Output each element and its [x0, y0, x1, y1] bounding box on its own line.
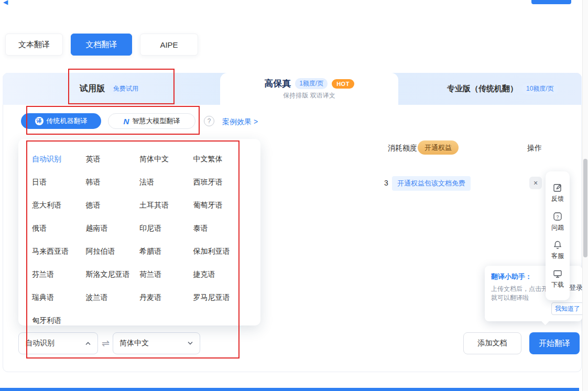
language-option[interactable]: 匈牙利语: [32, 316, 86, 325]
trial-title: 试用版: [80, 83, 105, 94]
feedback-label: 反馈: [551, 194, 564, 203]
language-option[interactable]: 土耳其语: [139, 201, 193, 210]
start-translate-button[interactable]: 开始翻译: [529, 332, 580, 354]
bottom-blue-bar: [0, 388, 579, 391]
professional-title: 专业版（传统机翻）: [447, 84, 518, 94]
language-option[interactable]: 西班牙语: [193, 178, 247, 187]
feedback-icon: [552, 182, 563, 193]
engine-smart-label: 智慧大模型翻译: [132, 116, 180, 126]
language-option[interactable]: 越南语: [86, 224, 140, 233]
column-header-credits: 消耗额度: [388, 144, 417, 153]
language-option[interactable]: 韩语: [86, 178, 140, 187]
language-option[interactable]: 希腊语: [139, 247, 193, 256]
feedback-item[interactable]: 反馈: [551, 182, 564, 203]
language-option[interactable]: 捷克语: [193, 270, 247, 279]
add-document-button[interactable]: 添加文档: [463, 332, 521, 354]
plan-tab-professional[interactable]: 专业版（传统机翻） 10额度/页: [447, 73, 558, 105]
language-menu: 自动识别英语简体中文中文繁体日语韩语法语西班牙语意大利语德语土耳其语葡萄牙语俄语…: [18, 139, 260, 325]
scrollbar-thumb[interactable]: [583, 159, 587, 257]
language-option[interactable]: 波兰语: [86, 293, 140, 302]
support-icon: [552, 240, 563, 250]
target-language-value: 简体中文: [119, 339, 149, 348]
source-language-value: 自动识别: [25, 339, 55, 348]
download-label: 下载: [551, 280, 564, 289]
tab-aipe[interactable]: AIPE: [140, 34, 198, 56]
translate-engine-icon: 译: [35, 117, 43, 125]
column-header-actions: 操作: [527, 144, 542, 153]
professional-price-badge: 10额度/页: [522, 83, 558, 94]
high-fidelity-header: 高保真 1额度/页 HOT: [264, 78, 354, 90]
swap-languages-icon[interactable]: ⇌: [102, 338, 110, 349]
language-option[interactable]: 斯洛文尼亚语: [86, 270, 140, 279]
help-icon[interactable]: ?: [204, 116, 214, 126]
scrollbar-track: [582, 0, 588, 391]
language-option[interactable]: 葡萄牙语: [193, 201, 247, 210]
language-option[interactable]: 阿拉伯语: [86, 247, 140, 256]
chevron-down-icon: [187, 341, 193, 345]
download-icon: [552, 268, 563, 279]
language-option[interactable]: 法语: [139, 178, 193, 187]
language-option[interactable]: 中文繁体: [193, 155, 247, 164]
language-option[interactable]: 马来西亚语: [32, 247, 86, 256]
ai-model-icon: N: [124, 117, 129, 126]
tab-text-translate[interactable]: 文本翻译: [5, 34, 63, 56]
language-option[interactable]: 自动识别: [32, 155, 86, 164]
engine-traditional-button[interactable]: 译 传统机器翻译: [21, 113, 101, 129]
language-option[interactable]: 意大利语: [32, 201, 86, 210]
language-option[interactable]: 英语: [86, 155, 140, 164]
document-row-benefit-note[interactable]: 开通权益包该文档免费: [392, 176, 471, 191]
language-option[interactable]: 俄语: [32, 224, 86, 233]
language-option[interactable]: 芬兰语: [32, 270, 86, 279]
high-fidelity-price-badge: 1额度/页: [295, 78, 328, 89]
language-option[interactable]: 印尼语: [139, 224, 193, 233]
language-option[interactable]: 日语: [32, 178, 86, 187]
remove-document-button[interactable]: ×: [529, 177, 542, 189]
question-label: 问题: [551, 223, 564, 232]
language-option[interactable]: 罗马尼亚语: [193, 293, 247, 302]
question-icon: ?: [552, 211, 563, 222]
high-fidelity-title: 高保真: [264, 78, 291, 90]
tab-document-translate[interactable]: 文档翻译: [71, 34, 132, 56]
document-row-credits: 3: [384, 179, 388, 187]
chevron-up-icon: [85, 341, 91, 345]
support-item[interactable]: 客服: [551, 240, 564, 260]
plan-tab-trial[interactable]: 试用版 免费试用: [80, 73, 143, 105]
case-examples-link[interactable]: 案例效果 >: [222, 117, 258, 127]
question-item[interactable]: ? 问题: [551, 211, 564, 232]
support-label: 客服: [551, 252, 564, 260]
download-item[interactable]: 下载: [551, 268, 564, 289]
hot-badge: HOT: [332, 79, 354, 89]
target-language-select[interactable]: 简体中文: [113, 332, 200, 354]
svg-text:?: ?: [556, 214, 559, 219]
top-right-button[interactable]: [531, 0, 571, 4]
trial-free-badge: 免费试用: [109, 83, 143, 94]
high-fidelity-subtitle: 保持排版 双语译文: [283, 91, 335, 100]
language-option[interactable]: 瑞典语: [32, 293, 86, 302]
activate-benefits-button[interactable]: 开通权益: [418, 140, 459, 155]
language-option[interactable]: 丹麦语: [139, 293, 193, 302]
source-language-select[interactable]: 自动识别: [18, 332, 98, 354]
engine-traditional-label: 传统机器翻译: [47, 116, 88, 126]
back-icon[interactable]: ◀: [3, 0, 8, 6]
page: ◀ 文本翻译 文档翻译 AIPE 试用版 免费试用 高保真 1额度/页 HOT …: [0, 0, 588, 391]
engine-smart-model-button[interactable]: N 智慧大模型翻译: [108, 113, 195, 129]
language-option[interactable]: 德语: [86, 201, 140, 210]
language-option[interactable]: 荷兰语: [139, 270, 193, 279]
login-link[interactable]: 登录: [569, 283, 583, 292]
language-option[interactable]: 保加利亚语: [193, 247, 247, 256]
language-option[interactable]: 简体中文: [139, 155, 193, 164]
plan-tab-high-fidelity[interactable]: 高保真 1额度/页 HOT 保持排版 双语译文: [220, 73, 398, 105]
assistant-confirm-button[interactable]: 我知道了: [551, 302, 584, 315]
floating-toolbar: 反馈 ? 问题 客服 下载: [546, 171, 570, 300]
language-option[interactable]: 泰语: [193, 224, 247, 233]
